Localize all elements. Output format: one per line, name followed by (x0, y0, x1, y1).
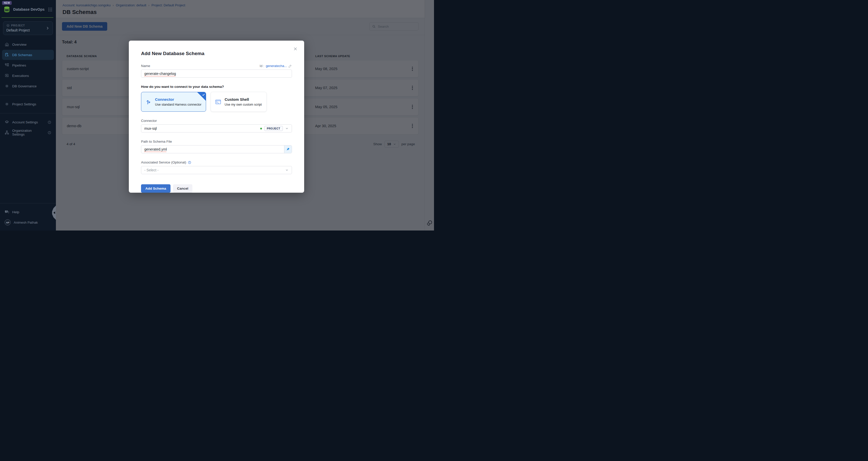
connector-select[interactable]: mux-sql PROJECT (141, 124, 292, 133)
sidebar-item-organization-settings[interactable]: Organization Settings (2, 127, 54, 138)
schema-name-input[interactable]: generate-changelog (141, 70, 292, 78)
sidebar-item-label: DB Schemas (12, 53, 51, 57)
collapse-left-icon (53, 211, 55, 214)
pin-icon (286, 147, 290, 151)
sidebar-item-overview[interactable]: Overview (2, 39, 54, 50)
check-icon (202, 93, 205, 96)
gear-icon (5, 102, 9, 106)
cube-icon (6, 24, 10, 27)
cancel-button[interactable]: Cancel (173, 184, 192, 193)
id-value-link[interactable]: generatecha... (266, 64, 287, 68)
sidebar-item-label: DB Governance (12, 84, 51, 88)
sidebar-bottom: ? Help AP Animesh Pathak (0, 199, 56, 230)
edit-pencil-icon[interactable] (288, 64, 292, 68)
module-title: Database DevOps (13, 7, 45, 11)
project-scope-label: PROJECT (11, 24, 25, 27)
option-title: Custom Shell (225, 97, 262, 102)
path-label: Path to Schema File (141, 140, 292, 143)
name-field-header: Name Id : generatecha... (141, 64, 292, 68)
chevron-down-icon (285, 168, 289, 172)
sidebar-item-label: Account Settings (12, 120, 44, 124)
sidebar-item-project-settings[interactable]: Project Settings (2, 99, 54, 109)
module-grid-icon[interactable] (48, 7, 52, 12)
executions-icon (5, 73, 9, 78)
schema-path-input[interactable]: generated.yml (141, 145, 292, 153)
connectivity-status-dot (260, 128, 262, 129)
sidebar-item-pipelines[interactable]: Pipelines (2, 60, 54, 70)
project-selector[interactable]: PROJECT Default Project (3, 21, 53, 35)
schema-name-value: generate-changelog (144, 72, 176, 76)
runtime-input-pin-button[interactable] (284, 145, 292, 153)
add-schema-modal: Add New Database Schema Name Id : genera… (129, 41, 304, 193)
info-icon (48, 120, 51, 124)
sidebar-divider (0, 203, 56, 203)
name-label: Name (141, 64, 150, 68)
sidebar-item-label: Executions (12, 74, 51, 78)
option-subtitle: Use my own custom script (225, 103, 262, 106)
service-field-header: Associated Service (Optional) (141, 160, 292, 164)
scope-badge: PROJECT (264, 126, 283, 131)
help-chat-icon: ? (5, 210, 9, 214)
option-subtitle: Use standard Harness connector (155, 103, 202, 106)
service-label: Associated Service (Optional) (141, 160, 186, 164)
sidebar-item-label: Organization Settings (12, 129, 44, 136)
database-devops-logo-icon (3, 6, 11, 13)
connector-value: mux-sql (144, 126, 157, 130)
modal-title: Add New Database Schema (141, 41, 292, 56)
database-gear-icon (5, 53, 9, 57)
sidebar-item-help[interactable]: ? Help (2, 207, 54, 217)
project-meta: PROJECT Default Project (6, 24, 45, 32)
info-icon (48, 131, 51, 135)
sidebar-item-label: Pipelines (12, 63, 51, 67)
sidebar-item-db-schemas[interactable]: DB Schemas (2, 50, 54, 60)
layers-icon (5, 120, 9, 124)
pipeline-icon (5, 63, 9, 68)
chevron-right-icon (45, 26, 50, 30)
terminal-icon (215, 99, 221, 105)
sidebar: NEW Database DevOps (0, 0, 56, 230)
new-badge: NEW (2, 1, 12, 5)
option-title: Connector (155, 97, 202, 102)
sidebar-item-label: Overview (12, 43, 51, 46)
option-card-custom-shell[interactable]: Custom Shell Use my own custom script (211, 92, 267, 112)
sidebar-item-account-settings[interactable]: Account Settings (2, 117, 54, 127)
module-divider (2, 17, 53, 18)
avatar: AP (5, 219, 11, 225)
connection-options: Connector Use standard Harness connector… (141, 92, 292, 112)
connector-label: Connector (141, 119, 292, 123)
sidebar-divider (0, 113, 56, 113)
user-name: Animesh Pathak (14, 221, 51, 224)
close-icon[interactable] (292, 45, 299, 53)
add-schema-button[interactable]: Add Schema (141, 184, 170, 193)
app-window: NEW Database DevOps (0, 0, 434, 230)
option-card-connector[interactable]: Connector Use standard Harness connector (141, 92, 206, 112)
info-icon[interactable] (188, 161, 191, 164)
sidebar-item-label: Help (12, 210, 51, 214)
user-menu[interactable]: AP Animesh Pathak (2, 217, 54, 227)
project-name: Default Project (6, 28, 45, 32)
modal-actions: Add Schema Cancel (141, 184, 292, 193)
sidebar-item-executions[interactable]: Executions (2, 71, 54, 81)
org-chart-icon (5, 130, 9, 135)
sidebar-item-db-governance[interactable]: DB Governance (2, 81, 54, 91)
gear-icon (5, 84, 9, 88)
id-prefix: Id : (260, 64, 264, 68)
chevron-down-icon (285, 127, 289, 130)
connect-question: How do you want to connect to your data … (141, 85, 292, 89)
sidebar-nav: Overview DB Schemas (0, 39, 56, 138)
connector-branch-icon (145, 99, 152, 105)
associated-service-select[interactable]: - Select - (141, 166, 292, 174)
home-icon (5, 42, 9, 47)
sidebar-item-label: Project Settings (12, 102, 51, 106)
schema-path-value: generated.yml (144, 147, 167, 151)
svg-text:?: ? (6, 210, 7, 212)
service-placeholder: - Select - (144, 168, 159, 172)
